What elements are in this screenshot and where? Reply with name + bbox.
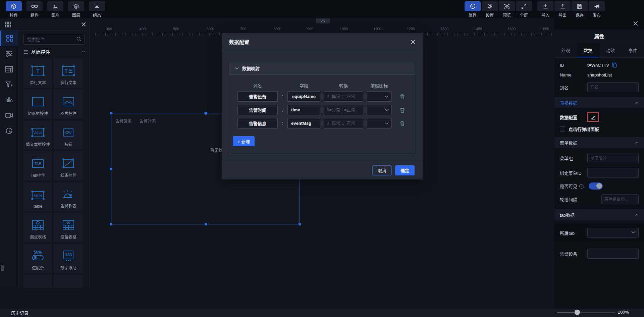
rotate-handle[interactable] — [204, 112, 207, 115]
widget-card-time[interactable]: 08:00 — [23, 275, 52, 288]
ruler-label: 800 — [274, 27, 280, 31]
column-name-input[interactable] — [237, 91, 278, 102]
resize-handle-br[interactable] — [299, 223, 301, 225]
widget-card-image[interactable]: 图片控件 — [54, 90, 83, 119]
data-mapping-header[interactable]: 数据映射 — [229, 62, 415, 75]
row-click-checkbox[interactable] — [560, 126, 565, 132]
panel-close-icon[interactable] — [633, 21, 638, 26]
tool-import[interactable]: 导入 — [536, 1, 554, 18]
resize-handle-bl[interactable] — [110, 223, 112, 225]
widget-card-multi-text[interactable]: T 多行文本 — [54, 59, 83, 88]
menu-group-input[interactable] — [587, 153, 639, 163]
widget-card-line[interactable]: 线条控件 — [54, 151, 83, 180]
resize-handle-ml[interactable] — [110, 168, 112, 170]
widget-card-device-table[interactable]: 设备表格 — [54, 213, 83, 242]
convert-input[interactable] — [324, 91, 363, 102]
help-icon[interactable]: ? — [579, 184, 584, 189]
rail-item-chart[interactable] — [0, 92, 18, 108]
prefix-icon-select[interactable] — [367, 105, 392, 115]
widget-card-single-text[interactable]: T 单行文本 — [23, 59, 52, 88]
edit-data-config-button[interactable] — [587, 112, 599, 122]
widget-card-button[interactable]: GW 按钮 — [54, 120, 83, 150]
id-label: ID — [560, 63, 587, 68]
tool-components[interactable]: 组件 — [25, 1, 44, 18]
tool-settings[interactable]: 设置 — [481, 1, 499, 18]
alias-input[interactable] — [587, 82, 639, 92]
field-input[interactable] — [287, 91, 320, 102]
rail-item-video[interactable] — [0, 108, 18, 123]
tab-appearance[interactable]: 外观 — [554, 43, 577, 57]
tool-publish[interactable]: 发布 — [588, 1, 606, 18]
zoom-slider-knob[interactable] — [575, 310, 580, 315]
chevron-down-icon — [235, 67, 239, 70]
rail-item-controls[interactable] — [0, 46, 18, 61]
widget-card-value-text[interactable]: Value 值文本框控件 — [23, 120, 52, 150]
delete-row-icon[interactable] — [400, 107, 405, 113]
tool-export[interactable]: 导出 — [553, 1, 572, 18]
panel-close-icon[interactable] — [82, 22, 86, 27]
widget-card-progress[interactable]: 50% 进度条 — [23, 244, 52, 273]
bind-menu-id-input[interactable] — [587, 168, 639, 178]
visible-toggle[interactable] — [589, 182, 603, 190]
convert-input[interactable] — [324, 118, 363, 128]
delete-row-icon[interactable] — [400, 121, 405, 126]
section-table-data[interactable]: 表格数据 — [554, 97, 644, 108]
field-input[interactable] — [287, 105, 320, 115]
widget-card-alarm-list[interactable]: 告警列表 — [54, 182, 83, 211]
widget-card-number-scroll[interactable]: 123 数字滚动 — [54, 244, 83, 273]
section-basic-widgets[interactable]: 基础控件 — [18, 45, 90, 59]
widget-card-number[interactable]: 123 — [54, 275, 83, 288]
name-row: Name snapshotList — [554, 72, 644, 77]
toolbar-collapse-tab[interactable] — [316, 18, 330, 23]
widget-card-tab[interactable]: TAB Tab控件 — [23, 151, 52, 180]
confirm-button[interactable]: 确定 — [395, 165, 415, 175]
search-input[interactable] — [24, 34, 84, 44]
carousel-interval-input[interactable] — [601, 194, 639, 204]
field-input[interactable] — [287, 118, 320, 128]
convert-input[interactable] — [324, 105, 363, 115]
panel-header — [0, 18, 90, 31]
widget-card-point-table[interactable]: 测点表格 — [23, 213, 52, 242]
col-header: 转换 — [324, 82, 363, 89]
rail-item-pie[interactable] — [0, 123, 18, 139]
widget-card-rect[interactable]: 矩形框控件 — [23, 90, 52, 119]
column-name-input[interactable] — [237, 105, 278, 115]
ruler-label: 300 — [106, 27, 112, 31]
properties-tabs: 外观 数据 动效 事件 — [554, 43, 644, 58]
resize-handle-bm[interactable] — [205, 223, 207, 225]
prefix-icon-select[interactable] — [367, 118, 392, 128]
widget-card-table[interactable]: Table table — [23, 182, 52, 211]
number-scroll-icon: 123 — [60, 249, 76, 263]
belong-tab-select[interactable] — [587, 228, 639, 238]
tool-label: 全屏 — [520, 12, 528, 18]
tool-widgets[interactable]: 控件 — [5, 1, 23, 18]
button-widget-icon: GW — [60, 126, 76, 139]
bind-menu-id-row: 绑定菜单ID — [554, 168, 644, 178]
tool-layers[interactable]: 图层 — [67, 1, 85, 18]
add-row-button[interactable]: + 新增 — [233, 136, 255, 146]
tab-animation[interactable]: 动效 — [599, 43, 622, 57]
rail-item-table[interactable] — [0, 61, 18, 77]
modal-close-icon[interactable] — [411, 40, 415, 44]
tool-preview[interactable]: 预览 — [498, 1, 516, 18]
tool-config[interactable]: 组态 — [88, 1, 106, 18]
rail-item-filter[interactable] — [0, 77, 18, 92]
delete-row-icon[interactable] — [400, 94, 405, 99]
tool-fullscreen[interactable]: 全屏 — [515, 1, 533, 18]
zoom-slider[interactable] — [557, 312, 615, 313]
prefix-icon-select[interactable] — [367, 91, 392, 102]
tab-data[interactable]: 数据 — [577, 43, 599, 57]
history-button[interactable]: 历史记录 — [11, 310, 29, 316]
section-tab-data[interactable]: tab数据 — [554, 209, 644, 220]
resize-handle-tl[interactable] — [110, 112, 112, 114]
tool-images[interactable]: 图片 — [46, 1, 64, 18]
column-name-input[interactable] — [237, 118, 278, 128]
tool-save[interactable]: 保存 — [571, 1, 589, 18]
tool-properties[interactable]: 属性 — [464, 1, 482, 18]
alarm-device-input[interactable] — [587, 249, 639, 259]
section-menu-data[interactable]: 菜单数据 — [554, 137, 644, 148]
copy-icon[interactable] — [612, 62, 617, 68]
rail-item-basic[interactable] — [0, 31, 18, 46]
tab-events[interactable]: 事件 — [622, 43, 644, 57]
cancel-button[interactable]: 取消 — [372, 165, 392, 175]
